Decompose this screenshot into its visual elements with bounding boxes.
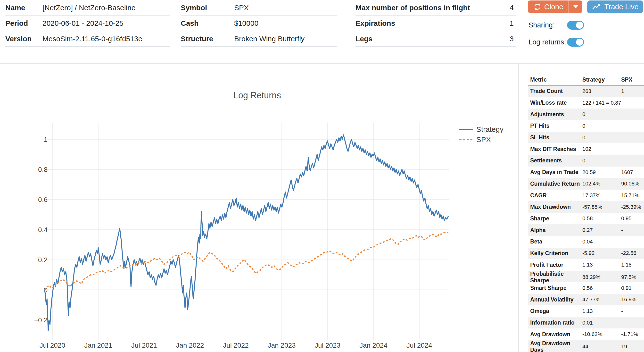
clone-split-button: Clone [528, 1, 582, 13]
clone-button-label: Clone [544, 3, 563, 11]
trade-live-label: Trade Live [604, 3, 639, 11]
metric-spx-value: 97.5% [621, 274, 644, 280]
field-label: Legs [356, 35, 372, 43]
field-row: Name[NetZero] / NetZero-Baseline [5, 0, 170, 16]
metrics-table: Metric Strategy SPX Trade Count2631Win/L… [528, 75, 644, 352]
vertical-divider [518, 63, 519, 352]
metric-strategy-value: 17.37% [582, 192, 621, 199]
backtest-results-page: Name[NetZero] / NetZero-BaselinePeriod20… [0, 0, 644, 352]
y-axis-tick-label: 0.2 [38, 256, 48, 264]
table-row: Probabilistic Sharpe88.29%97.5% [528, 271, 644, 282]
sharing-toggle[interactable] [567, 21, 584, 30]
metric-name: Win/Loss rate [530, 100, 582, 106]
clone-refresh-icon [533, 3, 541, 11]
metric-name: Cumulative Return [530, 181, 582, 187]
x-axis-tick-label: Jul 2023 [315, 341, 340, 349]
metrics-table-header: Metric Strategy SPX [528, 75, 644, 86]
header-fields-mid: SymbolSPXCash$10000StructureBroken Wing … [181, 0, 337, 47]
clone-button[interactable]: Clone [528, 1, 568, 13]
field-value: Broken Wing Butterfly [234, 35, 304, 43]
table-row: Max Drawdown-57.85%-25.39% [528, 201, 644, 213]
metric-name: PT Hits [530, 123, 582, 129]
table-row: Alpha0.27- [528, 224, 644, 236]
metric-strategy-value: 1.13 [582, 262, 621, 268]
field-row: Cash$10000 [181, 16, 337, 31]
metric-strategy-value: -10.62% [582, 331, 621, 337]
metrics-col-metric: Metric [530, 77, 582, 83]
header-fields-right: Max number of positions in flight4Expira… [356, 0, 516, 47]
field-value: [NetZero] / NetZero-Baseline [42, 4, 136, 12]
field-value: 3 [510, 35, 516, 43]
spx-series-line [45, 233, 448, 290]
toggle-row: Log returns: [528, 37, 642, 47]
chart-gridlines [45, 123, 449, 340]
table-row: Smart Sharpe0.560.91 [528, 282, 644, 294]
log-returns-toggle[interactable] [567, 38, 584, 47]
metric-name: Avg Drawdown [530, 331, 582, 338]
metric-strategy-value: 0.27 [582, 227, 621, 233]
field-value: MesoSim-2.11.65-0-g16fd513e [42, 35, 142, 43]
metric-strategy-value: 122 / 141 = 0.87 [582, 100, 621, 106]
clone-dropdown-toggle[interactable] [568, 1, 582, 13]
field-value: 2020-06-01 - 2024-10-25 [42, 19, 124, 28]
metric-strategy-value: 102 [582, 146, 621, 152]
x-axis-tick-label: Jul 2021 [131, 341, 157, 349]
metric-spx-value: 16.9% [621, 296, 644, 303]
field-label: Expirations [356, 19, 395, 28]
metric-strategy-value: 263 [582, 88, 621, 94]
metric-name: CAGR [530, 192, 582, 199]
metric-spx-value: 15.71% [621, 192, 644, 199]
metric-strategy-value: 0.56 [582, 285, 621, 291]
metric-spx-value: -25.39% [621, 204, 644, 210]
trade-live-button[interactable]: Trade Live [587, 1, 643, 13]
metric-strategy-value: 0 [582, 123, 621, 129]
metric-strategy-value: 0 [582, 158, 621, 164]
log-returns-toggle-label: Log returns: [528, 38, 566, 46]
y-axis-tick-label: 1 [44, 136, 48, 143]
field-row: Max number of positions in flight4 [356, 0, 516, 16]
table-row: Max DIT Reaches102 [528, 143, 644, 155]
metric-name: Information ratio [530, 319, 582, 326]
chart-title: Log Returns [234, 90, 281, 100]
y-axis-tick-label: 0.6 [38, 196, 48, 203]
table-row: SL Hits0 [528, 132, 644, 143]
legend-label: Strategy [476, 125, 504, 133]
metric-spx-value: 1 [621, 88, 644, 94]
x-axis-tick-label: Jan 2024 [359, 341, 387, 349]
metric-name: Omega [530, 308, 582, 314]
metric-name: Settlements [530, 157, 582, 164]
table-row: Sharpe0.580.95 [528, 213, 644, 225]
x-axis-tick-label: Jan 2022 [176, 341, 204, 349]
metric-strategy-value: -57.85% [582, 204, 621, 210]
metric-name: Beta [530, 238, 582, 245]
x-axis-tick-label: Jan 2021 [84, 341, 112, 349]
table-row: Omega1.13- [528, 305, 644, 317]
toggle-row: Sharing: [528, 21, 642, 30]
metric-name: Profit Factor [530, 262, 582, 268]
y-axis-tick-label: 0.8 [38, 166, 48, 173]
metric-name: Smart Sharpe [530, 285, 582, 291]
metric-strategy-value: 0.58 [582, 215, 621, 222]
y-axis-tick-label: 0.4 [38, 226, 48, 233]
metric-name: Annual Volatility [530, 296, 582, 303]
x-axis-tick-label: Jul 2020 [40, 341, 65, 349]
chevron-down-icon [574, 5, 578, 8]
table-row: Trade Count2631 [528, 86, 644, 97]
metric-strategy-value: 0 [582, 135, 621, 141]
strategy-series-line [45, 135, 448, 330]
field-label: Max number of positions in flight [356, 4, 470, 12]
metric-spx-value: - [621, 308, 644, 314]
table-row: Win/Loss rate122 / 141 = 0.87 [528, 97, 644, 109]
metric-spx-value: 0.91 [621, 285, 644, 291]
metric-spx-value: 1.18 [621, 262, 644, 268]
metric-strategy-value: 0.01 [582, 320, 621, 326]
metric-name: Sharpe [530, 215, 582, 222]
field-label: Structure [181, 35, 234, 43]
field-row: Period2020-06-01 - 2024-10-25 [5, 16, 170, 31]
field-row: Legs3 [356, 31, 516, 47]
table-row: Settlements0 [528, 155, 644, 167]
metric-strategy-value: -5.92 [582, 250, 621, 256]
table-row: Cumulative Return102.4%90.08% [528, 178, 644, 190]
table-row: Adjustments0 [528, 109, 644, 120]
trending-up-icon [592, 3, 602, 11]
